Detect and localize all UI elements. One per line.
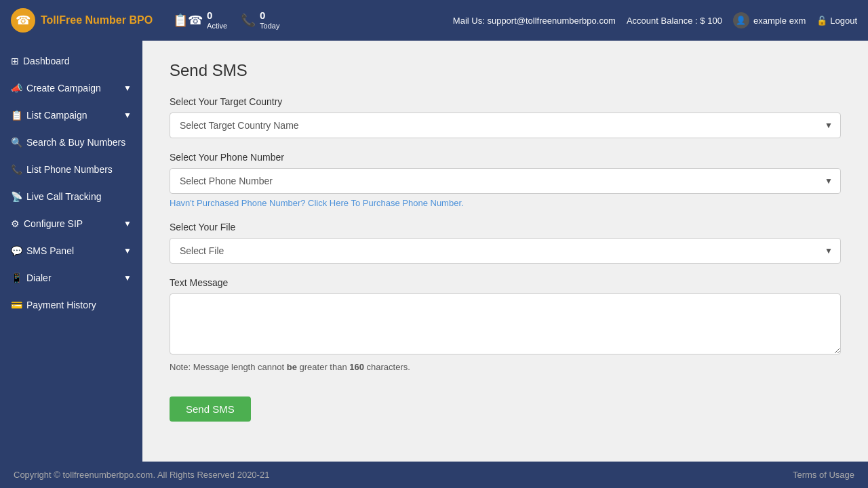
phone-section: Select Your Phone Number Select Phone Nu… [170, 152, 841, 208]
chevron-down-icon: ▼ [123, 110, 132, 120]
sidebar-label-sms-panel: SMS Panel [26, 245, 74, 256]
dialer-icon: 📱 [11, 272, 22, 283]
search-icon: 🔍 [11, 137, 22, 148]
message-section: Text Message Note: Message length cannot… [170, 277, 841, 372]
active-label: Active [207, 22, 227, 30]
user-info: 👤 example exm [733, 12, 806, 28]
footer-copyright: Copyright © tollfreenumberbpo.com. All R… [14, 470, 269, 480]
sidebar-label-payment-history: Payment History [26, 300, 96, 310]
chevron-down-icon: ▼ [123, 273, 132, 283]
create-campaign-icon: 📣 [11, 83, 22, 94]
mail-label: Mail Us: support@tollfreenumberbpo.com [453, 16, 616, 26]
sidebar-item-payment-history[interactable]: 💳 Payment History [0, 291, 142, 319]
sidebar-label-search-buy-numbers: Search & Buy Numbers [26, 137, 125, 148]
today-count: 0 [260, 9, 279, 22]
sidebar-label-configure-sip: Configure SIP [24, 218, 83, 229]
sidebar-label-list-campaign: List Campaign [26, 110, 87, 121]
logo-text-main: TollFree Number [41, 14, 126, 26]
sidebar-item-list-phone-numbers[interactable]: 📞 List Phone Numbers [0, 156, 142, 183]
phone-select-wrapper: Select Phone Number [170, 168, 841, 194]
today-label: Today [260, 22, 279, 30]
footer: Copyright © tollfreenumberbpo.com. All R… [0, 462, 868, 488]
sidebar-label-dialer: Dialer [26, 272, 52, 283]
payment-icon: 💳 [11, 300, 22, 310]
sidebar-label-live-call-tracking: Live Call Tracking [26, 191, 102, 202]
tracking-icon: 📡 [11, 191, 22, 202]
phone-select[interactable]: Select Phone Number [170, 168, 841, 194]
send-sms-button[interactable]: Send SMS [170, 396, 251, 422]
username: example exm [753, 16, 806, 26]
sms-icon: 💬 [11, 245, 22, 256]
file-label: Select Your File [170, 222, 841, 232]
active-stat-info: 0 Active [207, 9, 227, 30]
file-select[interactable]: Select File [170, 238, 841, 264]
sidebar-item-list-campaign[interactable]: 📋 List Campaign ▼ [0, 102, 142, 129]
page-title: Send SMS [170, 61, 841, 80]
sidebar: ⊞ Dashboard 📣 Create Campaign ▼ 📋 List C… [0, 41, 142, 462]
chevron-down-icon: ▼ [123, 219, 132, 228]
today-stat: 📞 0 Today [241, 9, 279, 30]
active-icon: 📋☎ [173, 13, 203, 28]
list-campaign-icon: 📋 [11, 110, 22, 121]
today-icon: 📞 [241, 13, 256, 28]
active-count: 0 [207, 9, 227, 22]
purchase-link[interactable]: Havn't Purchased Phone Number? Click Her… [170, 198, 464, 208]
main-content: Send SMS Select Your Target Country Sele… [142, 41, 868, 462]
logout-icon: 🔓 [816, 16, 827, 26]
header: ☎ TollFree Number BPO 📋☎ 0 Active 📞 0 To… [0, 0, 868, 41]
file-select-wrapper: Select File [170, 238, 841, 264]
sidebar-label-list-phone-numbers: List Phone Numbers [26, 164, 113, 175]
country-label: Select Your Target Country [170, 96, 841, 107]
country-select-wrapper: Select Target Country Name [170, 113, 841, 138]
message-textarea[interactable] [170, 293, 841, 354]
logo-text: TollFree Number BPO [41, 14, 153, 26]
logo-text-accent: BPO [129, 14, 153, 26]
dashboard-icon: ⊞ [11, 56, 19, 66]
terms-link[interactable]: Terms of Usage [793, 470, 854, 480]
note-text: Note: Message length cannot be greater t… [170, 362, 841, 372]
sidebar-item-live-call-tracking[interactable]: 📡 Live Call Tracking [0, 183, 142, 210]
account-balance: Account Balance : $ 100 [627, 16, 722, 26]
country-select[interactable]: Select Target Country Name [170, 113, 841, 138]
file-section: Select Your File Select File [170, 222, 841, 264]
phone-icon: 📞 [11, 164, 22, 175]
logo: ☎ TollFree Number BPO [11, 8, 153, 33]
message-label: Text Message [170, 277, 841, 288]
active-stat: 📋☎ 0 Active [173, 9, 227, 30]
body-wrapper: ⊞ Dashboard 📣 Create Campaign ▼ 📋 List C… [0, 41, 868, 462]
sidebar-label-create-campaign: Create Campaign [26, 83, 101, 94]
phone-label: Select Your Phone Number [170, 152, 841, 163]
header-right: Mail Us: support@tollfreenumberbpo.com A… [453, 12, 857, 28]
sidebar-item-create-campaign[interactable]: 📣 Create Campaign ▼ [0, 75, 142, 102]
sidebar-item-search-buy-numbers[interactable]: 🔍 Search & Buy Numbers [0, 129, 142, 156]
header-stats: 📋☎ 0 Active 📞 0 Today [173, 9, 453, 30]
logout-button[interactable]: 🔓 Logout [816, 16, 857, 26]
sidebar-item-sms-panel[interactable]: 💬 SMS Panel ▼ [0, 237, 142, 264]
logo-icon: ☎ [11, 8, 35, 33]
configure-icon: ⚙ [11, 218, 20, 229]
country-section: Select Your Target Country Select Target… [170, 96, 841, 138]
sidebar-label-dashboard: Dashboard [23, 56, 70, 66]
chevron-down-icon: ▼ [123, 83, 132, 93]
sidebar-item-configure-sip[interactable]: ⚙ Configure SIP ▼ [0, 210, 142, 237]
avatar: 👤 [733, 12, 749, 28]
sidebar-item-dashboard[interactable]: ⊞ Dashboard [0, 47, 142, 75]
today-stat-info: 0 Today [260, 9, 279, 30]
sidebar-item-dialer[interactable]: 📱 Dialer ▼ [0, 264, 142, 291]
chevron-down-icon: ▼ [123, 246, 132, 256]
